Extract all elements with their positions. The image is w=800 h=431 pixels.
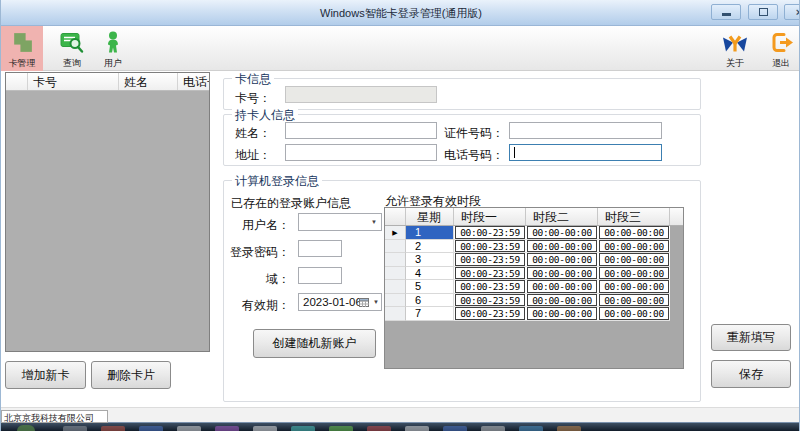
- schedule-period-cell[interactable]: 00:00-00:00: [598, 240, 670, 254]
- schedule-period-value: 00:00-23:59: [455, 280, 525, 293]
- taskbar-icon[interactable]: [557, 426, 581, 431]
- schedule-row[interactable]: 600:00-23:5900:00-00:0000:00-00:00: [385, 294, 683, 308]
- toolbar-exit-button[interactable]: 退出: [761, 26, 800, 71]
- expiry-date-picker[interactable]: 2023-01-06 ▼: [298, 293, 382, 311]
- toolbar-exit-label: 退出: [772, 57, 790, 70]
- schedule-period-cell[interactable]: 00:00-00:00: [598, 226, 670, 240]
- schedule-period-cell[interactable]: 00:00-00:00: [598, 307, 670, 321]
- schedule-day-cell[interactable]: 4: [406, 267, 454, 281]
- schedule-period-cell[interactable]: 00:00-00:00: [526, 253, 598, 267]
- card-list-body[interactable]: [6, 91, 209, 351]
- taskbar-icon[interactable]: [139, 426, 163, 431]
- schedule-period-cell[interactable]: 00:00-00:00: [598, 294, 670, 308]
- title-bar[interactable]: Windows智能卡登录管理(通用版) ×: [1, 0, 800, 26]
- schedule-period-cell[interactable]: 00:00-00:00: [526, 307, 598, 321]
- schedule-period-cell[interactable]: 00:00-23:59: [454, 226, 526, 240]
- taskbar-icon[interactable]: [63, 426, 87, 431]
- toolbar-query-button[interactable]: 查询: [51, 26, 93, 71]
- create-random-account-button[interactable]: 创建随机新账户: [253, 329, 376, 358]
- close-icon: ×: [796, 6, 800, 18]
- id-number-input[interactable]: [509, 122, 662, 139]
- schedule-period-cell[interactable]: 00:00-00:00: [598, 280, 670, 294]
- schedule-period-cell[interactable]: 00:00-00:00: [598, 267, 670, 281]
- schedule-period-value: 00:00-00:00: [527, 307, 597, 320]
- window-title: Windows智能卡登录管理(通用版): [1, 6, 800, 21]
- card-list-header-phone[interactable]: 电话号码: [178, 73, 209, 90]
- add-card-button[interactable]: 增加新卡: [5, 361, 86, 389]
- schedule-col-period1[interactable]: 时段一: [454, 208, 526, 225]
- schedule-day-cell[interactable]: 5: [406, 280, 454, 294]
- toolbar-user-label: 用户: [104, 57, 122, 70]
- schedule-period-cell[interactable]: 00:00-00:00: [526, 280, 598, 294]
- schedule-day-cell[interactable]: 6: [406, 294, 454, 308]
- schedule-row[interactable]: 700:00-23:5900:00-00:0000:00-00:00: [385, 307, 683, 321]
- taskbar-icon[interactable]: [215, 426, 239, 431]
- card-list-header-cardno[interactable]: 卡号: [28, 73, 119, 90]
- phone-input[interactable]: [509, 144, 662, 161]
- username-label: 用户名：: [242, 217, 290, 234]
- schedule-period-cell[interactable]: 00:00-23:59: [454, 253, 526, 267]
- taskbar-icon[interactable]: [367, 426, 391, 431]
- toolbar-about-button[interactable]: 关于: [713, 26, 757, 71]
- schedule-period-cell[interactable]: 00:00-00:00: [598, 253, 670, 267]
- card-list-header-name[interactable]: 姓名: [119, 73, 178, 90]
- username-combobox[interactable]: ▼: [298, 213, 382, 231]
- schedule-col-period2[interactable]: 时段二: [526, 208, 598, 225]
- schedule-period-cell[interactable]: 00:00-23:59: [454, 240, 526, 254]
- schedule-col-weekday[interactable]: 星期: [406, 208, 454, 225]
- card-list-header: 卡号 姓名 电话号码: [6, 73, 209, 91]
- close-button[interactable]: ×: [784, 4, 800, 20]
- schedule-col-period3[interactable]: 时段三: [598, 208, 670, 225]
- schedule-period-cell[interactable]: 00:00-23:59: [454, 307, 526, 321]
- toolbar-user-button[interactable]: 用户: [94, 26, 132, 71]
- taskbar[interactable]: [1, 423, 800, 431]
- schedule-period-cell[interactable]: 00:00-23:59: [454, 294, 526, 308]
- schedule-period-value: 00:00-00:00: [599, 307, 669, 320]
- schedule-period-cell[interactable]: 00:00-00:00: [526, 267, 598, 281]
- schedule-period-value: 00:00-23:59: [455, 226, 525, 239]
- schedule-day-cell[interactable]: 7: [406, 307, 454, 321]
- expiry-label: 有效期：: [242, 297, 290, 314]
- name-input[interactable]: [285, 122, 437, 139]
- domain-input[interactable]: [298, 267, 342, 284]
- schedule-period-cell[interactable]: 00:00-00:00: [526, 226, 598, 240]
- schedule-period-cell[interactable]: 00:00-23:59: [454, 267, 526, 281]
- taskbar-icon[interactable]: [405, 426, 429, 431]
- schedule-row[interactable]: 400:00-23:5900:00-00:0000:00-00:00: [385, 267, 683, 281]
- save-button[interactable]: 保存: [711, 360, 791, 388]
- taskbar-icon[interactable]: [443, 426, 467, 431]
- taskbar-icon[interactable]: [519, 426, 543, 431]
- schedule-row[interactable]: 300:00-23:5900:00-00:0000:00-00:00: [385, 253, 683, 267]
- calendar-icon: [359, 297, 369, 309]
- password-input[interactable]: [298, 240, 342, 257]
- schedule-period-value: 00:00-00:00: [599, 240, 669, 253]
- maximize-button[interactable]: [748, 4, 778, 20]
- taskbar-icon[interactable]: [291, 426, 315, 431]
- schedule-day-cell[interactable]: 1: [406, 226, 454, 240]
- toolbar-card-management-button[interactable]: 卡管理: [1, 26, 43, 71]
- address-input[interactable]: [285, 144, 437, 161]
- schedule-period-cell[interactable]: 00:00-00:00: [526, 294, 598, 308]
- minimize-button[interactable]: [711, 4, 741, 20]
- refill-button[interactable]: 重新填写: [711, 324, 791, 351]
- schedule-header-filler: [670, 208, 683, 225]
- taskbar-icon[interactable]: [329, 426, 353, 431]
- id-number-label: 证件号码：: [444, 125, 504, 142]
- taskbar-icon[interactable]: [253, 426, 277, 431]
- card-list-header-gutter[interactable]: [6, 73, 28, 90]
- schedule-day-cell[interactable]: 2: [406, 240, 454, 254]
- schedule-period-cell[interactable]: 00:00-23:59: [454, 280, 526, 294]
- taskbar-icon[interactable]: [101, 426, 125, 431]
- start-button[interactable]: [17, 425, 35, 431]
- schedule-row[interactable]: 500:00-23:5900:00-00:0000:00-00:00: [385, 280, 683, 294]
- schedule-period-cell[interactable]: 00:00-00:00: [526, 240, 598, 254]
- taskbar-icon[interactable]: [481, 426, 505, 431]
- schedule-row[interactable]: ▶100:00-23:5900:00-00:0000:00-00:00: [385, 226, 683, 240]
- row-gutter: [385, 307, 406, 321]
- company-label: 北京京我科技有限公司: [1, 410, 108, 423]
- card-info-legend: 卡信息: [232, 71, 274, 88]
- delete-card-button[interactable]: 删除卡片: [91, 361, 171, 389]
- schedule-day-cell[interactable]: 3: [406, 253, 454, 267]
- schedule-row[interactable]: 200:00-23:5900:00-00:0000:00-00:00: [385, 240, 683, 254]
- taskbar-icon[interactable]: [177, 426, 201, 431]
